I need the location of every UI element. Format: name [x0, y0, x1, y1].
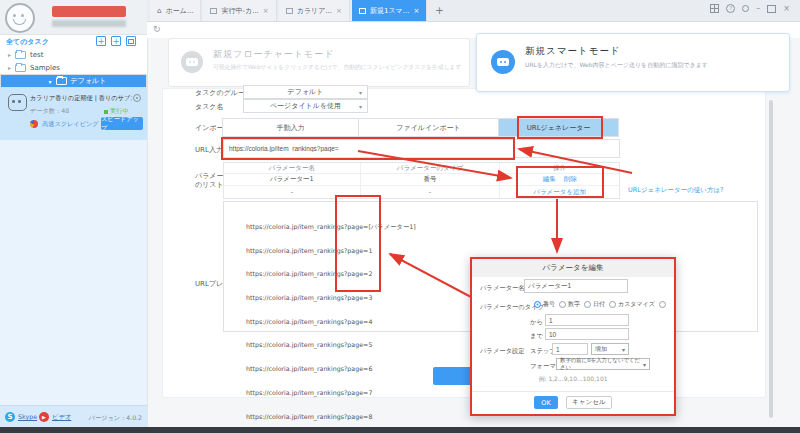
- sidebar-footer: S Skype ▶ ビデオ バージョン：4.0.2: [0, 405, 147, 428]
- skype-icon: S: [5, 412, 15, 422]
- file-import-option[interactable]: ファイルインポート: [358, 118, 499, 137]
- flowchart-mode-icon: [181, 51, 203, 73]
- tab-running-task[interactable]: 実行中-カ... ×: [203, 0, 276, 21]
- url-input-label: URL入力: [195, 145, 223, 155]
- sidebar-item-samples[interactable]: ▸ Samples: [0, 61, 147, 74]
- task-data-count: データ数：48: [30, 107, 69, 116]
- radio-other[interactable]: [659, 301, 668, 308]
- robot-task-icon: [8, 94, 27, 111]
- task-name-select[interactable]: ページタイトルを使用 ▾: [243, 99, 368, 113]
- edit-link[interactable]: 編集: [543, 175, 556, 184]
- dialog-title: パラメータを編集: [472, 259, 674, 277]
- record-icon[interactable]: [133, 94, 141, 102]
- radio-custom[interactable]: カスタマイズ: [609, 300, 655, 309]
- close-icon[interactable]: ×: [263, 7, 269, 15]
- flowchart-mode-title: 新規フローチャートモード: [213, 48, 334, 61]
- minimize-icon[interactable]: –: [756, 5, 760, 12]
- step-input[interactable]: [552, 343, 588, 355]
- manual-input-option[interactable]: 手動入力: [222, 118, 359, 137]
- speedup-button[interactable]: スピードアップ: [101, 117, 143, 130]
- from-input[interactable]: [545, 314, 629, 326]
- tab-label: 実行中-カ...: [221, 6, 258, 16]
- close-window-icon[interactable]: ×: [783, 5, 790, 12]
- restore-icon[interactable]: [767, 5, 776, 13]
- col-actions: 操作: [500, 163, 619, 174]
- step-mode-select[interactable]: 増加 ▾: [591, 343, 629, 355]
- new-tab-button[interactable]: +: [429, 0, 449, 21]
- caret-down-icon: ▾: [359, 89, 362, 96]
- import-url-segmented: 手動入力 ファイルインポート URLジェネレーター: [223, 118, 620, 137]
- account-header: [0, 0, 147, 35]
- edit-parameter-dialog: パラメータを編集 パラメーター名 パラメーターのタイプ 番号 数字 日付 カスタ…: [470, 257, 676, 416]
- url-generator-option[interactable]: URLジェネレーター: [498, 118, 619, 137]
- flowchart-mode-subtitle: 可視化操作でWebサイトをクリックするだけで、自動的にスクレイピングタスクを生成…: [213, 63, 461, 72]
- to-label: まで: [530, 332, 543, 341]
- video-link[interactable]: ビデオ: [52, 413, 71, 422]
- tab-label: ホーム...: [165, 6, 193, 16]
- url-generator-help-link[interactable]: URLジェネレーターの使い方は?: [628, 186, 724, 195]
- table-row: - - パラメータを追加: [224, 186, 619, 198]
- param-name-label: パラメーター名: [480, 284, 525, 293]
- page-icon: [359, 8, 366, 14]
- table-row: パラメーター1 番号 編集 削除: [224, 174, 619, 186]
- new-task-button[interactable]: +: [111, 36, 121, 46]
- folder-icon: [15, 64, 26, 72]
- close-icon[interactable]: ×: [336, 7, 342, 15]
- apps-grid-icon[interactable]: [710, 4, 719, 13]
- task-card[interactable]: カラリア香りの定期便 | 香りのサブスク・ス... データ数：48 実行中 高速…: [0, 88, 147, 140]
- sidebar: 全てのタスク + + ▸ test ▸ Samples ▾ デフォルト カラリア…: [0, 0, 148, 427]
- caret-down-icon: ▾: [643, 361, 646, 368]
- format-example: 例: 1,2...9,10...100,101: [472, 375, 674, 384]
- close-icon[interactable]: ×: [413, 7, 419, 15]
- ok-button[interactable]: OK: [534, 396, 558, 409]
- radio-digit[interactable]: 数字: [559, 300, 580, 309]
- sidebar-item-default[interactable]: ▾ デフォルト: [0, 74, 147, 88]
- gear-icon[interactable]: [742, 5, 749, 12]
- smart-mode-icon: [491, 50, 515, 74]
- delete-link[interactable]: 削除: [564, 175, 577, 184]
- cell-param-type: 番号: [361, 174, 501, 186]
- chevron-right-icon: ▸: [8, 64, 11, 71]
- new-group-button[interactable]: +: [96, 36, 106, 46]
- radio-date[interactable]: 日付: [584, 300, 605, 309]
- task-name-label: タスク名: [195, 102, 224, 112]
- account-plan-redacted: [52, 20, 126, 27]
- version-label: バージョン：4.0.2: [89, 414, 142, 423]
- param-type-radios: 番号 数字 日付 カスタマイズ: [534, 300, 668, 309]
- url-input[interactable]: [223, 139, 620, 158]
- refresh-icon[interactable]: ↻: [153, 24, 161, 34]
- task-title: カラリア香りの定期便 | 香りのサブスク・ス...: [30, 94, 132, 102]
- app-window: 全てのタスク + + ▸ test ▸ Samples ▾ デフォルト カラリア…: [0, 0, 800, 433]
- folder-label: デフォルト: [71, 76, 107, 86]
- param-settings-label: パラメータ設定: [480, 347, 525, 356]
- all-tasks-label: 全てのタスク: [6, 37, 49, 47]
- smart-mode-card[interactable]: 新規スマートモード URLを入力だけで、Web内容とページ送りを自動的に識別でき…: [476, 33, 790, 92]
- dialog-divider: [472, 391, 674, 392]
- radio-number[interactable]: 番号: [534, 300, 555, 309]
- chevron-right-icon: ▸: [8, 51, 11, 58]
- help-icon[interactable]: ?: [726, 4, 735, 13]
- window-controls: ? – ×: [710, 4, 790, 13]
- add-parameter-link[interactable]: パラメータを追加: [533, 188, 586, 197]
- folder-label: Samples: [30, 64, 60, 72]
- task-name-value: ページタイトルを使用: [270, 101, 341, 111]
- skype-link[interactable]: Skype: [18, 413, 37, 420]
- cell-param-name: -: [224, 186, 361, 198]
- tab-home[interactable]: ⌂ ホーム...: [150, 0, 201, 21]
- caret-down-icon: ▾: [622, 346, 625, 353]
- sidebar-item-test[interactable]: ▸ test: [0, 48, 147, 61]
- param-name-input[interactable]: [524, 279, 628, 293]
- flowchart-mode-card[interactable]: 新規フローチャートモード 可視化操作でWebサイトをクリックするだけで、自動的に…: [168, 38, 470, 87]
- to-input[interactable]: [545, 328, 629, 340]
- video-icon: ▶: [39, 412, 49, 422]
- format-select[interactable]: 数字の前に0を入力しないでください ▾: [556, 358, 650, 370]
- task-view-button[interactable]: [126, 36, 136, 46]
- smart-mode-title: 新規スマートモード: [525, 45, 621, 58]
- tab-coloria[interactable]: カラリア... ×: [279, 0, 350, 21]
- task-group-select[interactable]: デフォルト ▾: [243, 85, 368, 99]
- caret-down-icon: ▾: [359, 103, 362, 110]
- cancel-button[interactable]: キャンセル: [566, 396, 612, 409]
- vertical-scrollbar[interactable]: [769, 100, 773, 418]
- tab-new-smart-mode[interactable]: 新規1スマ... ×: [352, 0, 427, 21]
- status-dot-icon: [104, 110, 108, 114]
